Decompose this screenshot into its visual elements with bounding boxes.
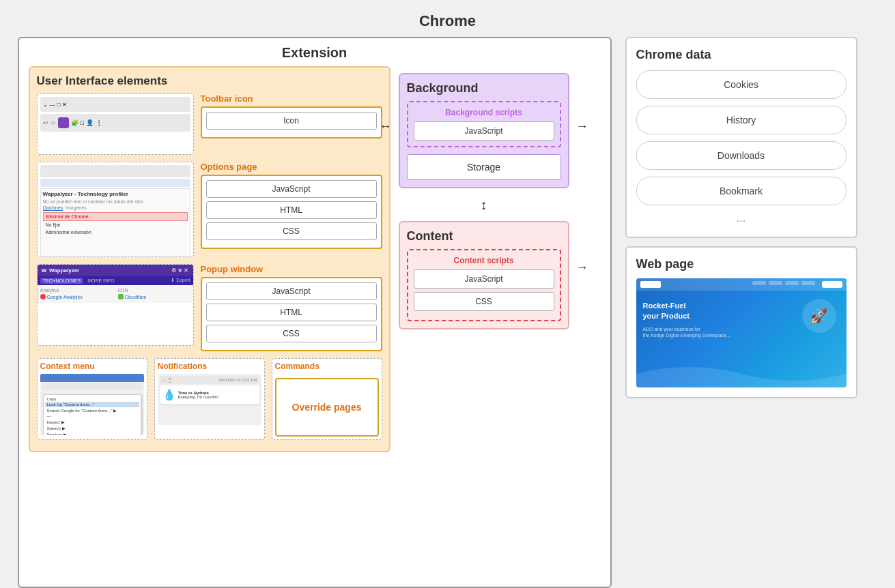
options-screenshot: Wappalyzer - Technology profiler No se p… xyxy=(37,162,194,257)
toolbar-screenshot: ⌄ — □ ✕ ↩ ☆ 🧩 □ 👤 ⋮ xyxy=(37,93,194,155)
extension-box: Extension User Interface elements ⌄ — □ … xyxy=(18,37,612,588)
ui-elements-section: User Interface elements ⌄ — □ ✕ ↩ ☆ xyxy=(29,66,390,452)
web-page-box: Web page Rocket-Fuel your Product xyxy=(625,246,857,398)
options-js: JavaScript xyxy=(206,180,377,198)
chrome-data-downloads: Downloads xyxy=(636,141,847,170)
content-scripts-label: Content scripts xyxy=(414,256,554,265)
content-scripts-box: Content scripts JavaScript CSS xyxy=(407,249,561,321)
chrome-data-title: Chrome data xyxy=(636,48,847,62)
popup-label: Popup window xyxy=(201,264,382,274)
notifications-section: Notifications ☆⌚Wed Mar 29 2:01 PM 💧 Tim… xyxy=(154,358,265,440)
popup-html: HTML xyxy=(206,304,377,321)
commands-label: Commands xyxy=(275,362,379,371)
extension-title: Extension xyxy=(29,45,601,61)
background-title: Background xyxy=(407,81,561,95)
context-menu-label: Context menu xyxy=(40,362,144,371)
chrome-data-cookies: Cookies xyxy=(636,70,847,99)
chrome-data-ellipsis: ... xyxy=(636,212,847,224)
override-label: Override pages xyxy=(292,402,362,413)
background-box: Background Background scripts JavaScript… xyxy=(399,73,569,188)
storage-box: Storage xyxy=(407,154,561,180)
web-page-thumb: Rocket-Fuel your Product ADO and your bu… xyxy=(636,278,847,387)
context-menu-section: Context menu Copy Look Up "Content there… xyxy=(37,358,147,440)
chrome-data-box: Chrome data Cookies History Downloads Bo… xyxy=(625,37,857,238)
commands-override-section: Commands Override pages xyxy=(272,358,382,440)
toolbar-code-icon: Icon xyxy=(206,112,377,130)
chrome-data-bookmark: Bookmark xyxy=(636,177,847,205)
popup-js: JavaScript xyxy=(206,282,377,300)
web-page-title: Web page xyxy=(636,257,847,271)
right-section: Chrome data Cookies History Downloads Bo… xyxy=(625,37,857,588)
background-scripts-label: Background scripts xyxy=(414,108,554,117)
options-label: Options page xyxy=(201,162,382,172)
override-box: Override pages xyxy=(275,378,379,437)
content-css: CSS xyxy=(414,292,554,311)
options-html: HTML xyxy=(206,201,377,219)
notifications-label: Notifications xyxy=(158,362,261,371)
content-title: Content xyxy=(407,229,561,244)
toolbar-code-box: Icon xyxy=(201,106,382,138)
content-box: Content Content scripts JavaScript CSS xyxy=(399,221,569,329)
background-scripts-box: Background scripts JavaScript xyxy=(407,101,561,147)
options-css: CSS xyxy=(206,222,377,240)
popup-css: CSS xyxy=(206,325,377,342)
popup-code-box: JavaScript HTML CSS xyxy=(201,277,382,351)
background-js: JavaScript xyxy=(414,121,554,141)
content-js: JavaScript xyxy=(414,269,554,289)
chrome-data-history: History xyxy=(636,106,847,134)
toolbar-label: Toolbar icon xyxy=(201,93,382,104)
page-title: Chrome xyxy=(419,12,476,30)
options-code-box: JavaScript HTML CSS xyxy=(201,175,382,249)
popup-screenshot: W Wappalyzer ⚙ ★ ✕ TECHNOLOGIES MORE INF… xyxy=(37,264,194,346)
ui-elements-title: User Interface elements xyxy=(37,74,382,88)
